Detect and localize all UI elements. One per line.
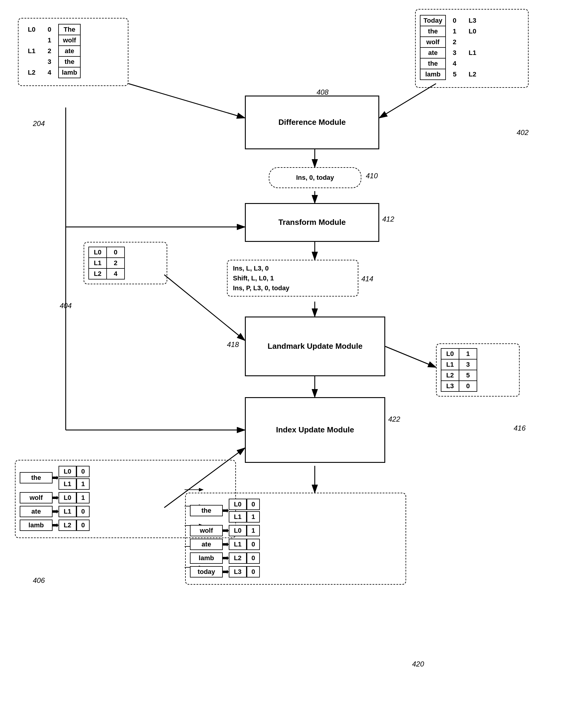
l0-416: L0 — [441, 348, 459, 359]
label-l1: L1 — [23, 46, 41, 56]
svg-marker-23 — [53, 496, 59, 500]
svg-marker-30 — [223, 570, 229, 574]
transform-module: Transform Module — [245, 203, 379, 242]
difference-module: Difference Module — [245, 96, 379, 149]
word-wolf-402: wolf — [420, 37, 446, 47]
l2-val-404: 4 — [107, 268, 125, 279]
box-420: the L0 0 L1 1 wolf L0 — [185, 493, 406, 585]
word-the-406: the — [20, 472, 53, 483]
word-wolf-406: wolf — [20, 492, 53, 503]
svg-marker-26 — [223, 509, 229, 513]
ins-l-line1: Ins, L, L3, 0 — [233, 263, 352, 273]
ref-406: 406 — [33, 576, 45, 585]
ref-414: 414 — [361, 275, 373, 283]
table-416: L0 1 L1 3 L2 5 L3 0 — [441, 348, 477, 392]
box-402: Today 0 L3 the 1 L0 wolf 2 ate 3 L1 the — [415, 9, 529, 88]
word-ate-402: ate — [420, 47, 446, 58]
ins-l-box: Ins, L, L3, 0 Shift, L, L0, 1 Ins, P, L3… — [227, 260, 358, 297]
landmark-update-module: Landmark Update Module — [245, 317, 385, 376]
ins-l-line3: Ins, P, L3, 0, today — [233, 283, 352, 293]
word-lamb: lamb — [59, 67, 80, 78]
index-row-today-420: today L3 0 — [190, 566, 401, 578]
word-ate: ate — [59, 46, 80, 56]
svg-line-2 — [128, 84, 245, 118]
word-the-420: the — [190, 505, 223, 516]
table-404: L0 0 L1 2 L2 4 — [88, 247, 125, 279]
box-416: L0 1 L1 3 L2 5 L3 0 — [436, 343, 520, 397]
ref-420: 420 — [412, 660, 424, 668]
word-the2: the — [59, 56, 80, 67]
diagram-container: L0 0 The 1 wolf L1 2 ate 3 the L2 4 — [0, 0, 568, 728]
index-update-label: Index Update Module — [276, 425, 354, 435]
index-row-the-420: the L0 0 L1 1 — [190, 499, 401, 523]
word-the: The — [59, 24, 80, 35]
word-today: Today — [420, 15, 446, 26]
word-ate-420: ate — [190, 539, 223, 550]
ins-today-pill: Ins, 0, today — [269, 167, 361, 188]
svg-marker-28 — [223, 542, 229, 546]
word-wolf-420: wolf — [190, 525, 223, 536]
svg-line-11 — [385, 346, 436, 367]
svg-line-3 — [379, 84, 436, 118]
l2-416: L2 — [441, 370, 459, 381]
l1-v-416: 3 — [459, 359, 477, 370]
l1-416: L1 — [441, 359, 459, 370]
ref-404: 404 — [60, 302, 72, 310]
box-204: L0 0 The 1 wolf L1 2 ate 3 the L2 4 — [18, 18, 128, 86]
landmark-update-label: Landmark Update Module — [268, 341, 363, 351]
idx-0: 0 — [41, 24, 59, 35]
word-ate-406: ate — [20, 506, 53, 517]
ref-204: 204 — [33, 119, 45, 128]
index-row-lamb-420: lamb L2 0 — [190, 552, 401, 564]
l3-v-416: 0 — [459, 381, 477, 391]
l0-v-416: 1 — [459, 348, 477, 359]
l2-v-416: 5 — [459, 370, 477, 381]
ref-416: 416 — [514, 424, 526, 432]
index-update-module: Index Update Module — [245, 397, 385, 463]
word-lamb-420: lamb — [190, 552, 223, 564]
svg-marker-29 — [223, 556, 229, 560]
ref-408: 408 — [317, 88, 328, 96]
word-today-420: today — [190, 566, 223, 578]
word-wolf: wolf — [59, 35, 80, 46]
difference-module-label: Difference Module — [278, 117, 346, 128]
l0-label-404: L0 — [89, 247, 107, 258]
ins-today-label: Ins, 0, today — [296, 174, 334, 182]
svg-marker-25 — [53, 523, 59, 527]
l3-416: L3 — [441, 381, 459, 391]
word-lamb-402: lamb — [420, 69, 446, 80]
svg-marker-27 — [223, 529, 229, 533]
ref-402: 402 — [517, 128, 529, 137]
word-the2-402: the — [420, 58, 446, 69]
l1-label-404: L1 — [89, 258, 107, 268]
svg-marker-22 — [53, 476, 59, 480]
index-row-ate-420: ate L1 0 — [190, 539, 401, 550]
ref-422: 422 — [388, 415, 400, 423]
index-row-wolf-420: wolf L0 1 — [190, 525, 401, 536]
table-402: Today 0 L3 the 1 L0 wolf 2 ate 3 L1 the — [420, 15, 482, 80]
ref-412: 412 — [382, 215, 394, 223]
word-the-402: the — [420, 26, 446, 37]
ref-410: 410 — [366, 172, 378, 180]
label-l2: L2 — [23, 67, 41, 78]
word-lamb-406: lamb — [20, 520, 53, 531]
box-404: L0 0 L1 2 L2 4 — [84, 242, 167, 284]
transform-module-label: Transform Module — [278, 217, 346, 228]
table-204: L0 0 The 1 wolf L1 2 ate 3 the L2 4 — [23, 24, 81, 78]
ref-418: 418 — [227, 340, 239, 349]
label-l0: L0 — [23, 24, 41, 35]
svg-marker-24 — [53, 509, 59, 514]
l0-val-404: 0 — [107, 247, 125, 258]
ins-l-line2: Shift, L, L0, 1 — [233, 273, 352, 283]
l2-label-404: L2 — [89, 268, 107, 279]
index-row-the-406: the L0 0 L1 1 — [20, 466, 231, 490]
l1-val-404: 2 — [107, 258, 125, 268]
